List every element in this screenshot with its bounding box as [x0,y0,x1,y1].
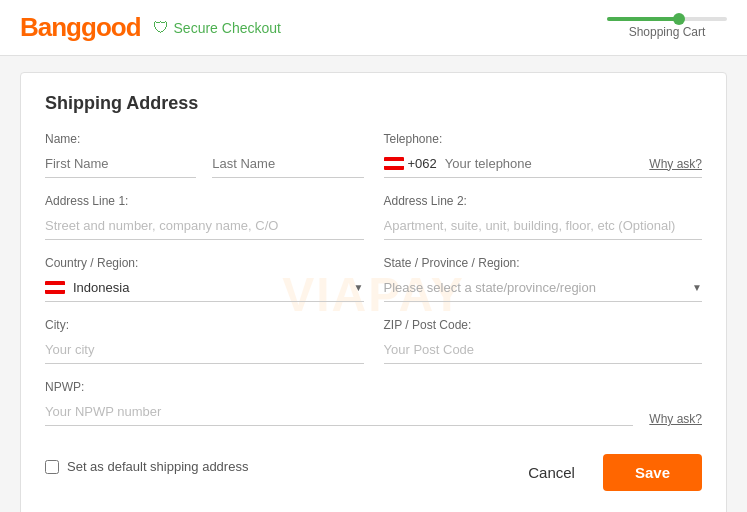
logo: Banggood [20,12,141,43]
city-group: City: [45,318,364,364]
save-button[interactable]: Save [603,454,702,491]
country-flag-icon [45,281,65,294]
telephone-group: Telephone: +062 Why ask? [384,132,703,178]
action-buttons: Cancel Save [512,454,702,491]
zip-label: ZIP / Post Code: [384,318,703,332]
default-address-label: Set as default shipping address [67,459,248,474]
cancel-button[interactable]: Cancel [512,456,591,489]
indonesia-flag [384,157,404,170]
progress-fill [607,17,679,21]
last-name-group [212,150,363,178]
state-select[interactable]: Please select a state/province/region ▼ [384,274,703,302]
chevron-down-icon: ▼ [354,282,364,293]
secure-checkout-label: Secure Checkout [174,20,281,36]
country-value: Indonesia [73,280,350,295]
npwp-label: NPWP: [45,380,702,394]
country-label: Country / Region: [45,256,364,270]
address1-group: Address Line 1: [45,194,364,240]
npwp-input-wrap [45,398,633,426]
npwp-section: NPWP: Why ask? [45,380,702,426]
name-telephone-row: Name: Telephone: [45,132,702,178]
city-input[interactable] [45,336,364,364]
progress-track [607,17,727,21]
address-row: Address Line 1: Address Line 2: [45,194,702,240]
address2-group: Address Line 2: [384,194,703,240]
address1-input[interactable] [45,212,364,240]
form-title: Shipping Address [45,93,702,114]
country-select[interactable]: Indonesia ▼ [45,274,364,302]
header: Banggood 🛡 Secure Checkout Shopping Cart [0,0,747,56]
telephone-why-ask[interactable]: Why ask? [649,157,702,171]
country-state-row: Country / Region: Indonesia ▼ State / Pr… [45,256,702,302]
header-left: Banggood 🛡 Secure Checkout [20,12,281,43]
zip-group: ZIP / Post Code: [384,318,703,364]
telephone-input[interactable] [445,156,642,171]
flag-code: +062 [384,156,437,171]
npwp-input[interactable] [45,398,633,426]
shopping-cart-label: Shopping Cart [629,25,706,39]
default-address-row: Set as default shipping address [45,459,248,474]
form-content: Shipping Address Name: [45,93,702,491]
bottom-row: Set as default shipping address Cancel S… [45,434,702,491]
shield-icon: 🛡 [153,19,169,37]
last-name-input[interactable] [212,150,363,178]
header-right: Shopping Cart [607,17,727,39]
city-zip-row: City: ZIP / Post Code: [45,318,702,364]
address2-input[interactable] [384,212,703,240]
address2-label: Address Line 2: [384,194,703,208]
city-label: City: [45,318,364,332]
telephone-label: Telephone: [384,132,703,146]
name-inputs [45,150,364,178]
secure-checkout: 🛡 Secure Checkout [153,19,281,37]
state-placeholder: Please select a state/province/region [384,280,689,295]
name-label: Name: [45,132,364,146]
address1-label: Address Line 1: [45,194,364,208]
npwp-why-ask[interactable]: Why ask? [649,412,702,426]
state-group: State / Province / Region: Please select… [384,256,703,302]
country-code: +062 [408,156,437,171]
progress-dot [673,13,685,25]
telephone-inner: +062 Why ask? [384,150,703,178]
state-label: State / Province / Region: [384,256,703,270]
default-address-checkbox[interactable] [45,460,59,474]
zip-input[interactable] [384,336,703,364]
state-chevron-down-icon: ▼ [692,282,702,293]
npwp-row: Why ask? [45,398,702,426]
country-group: Country / Region: Indonesia ▼ [45,256,364,302]
form-card: VIAPAY Shipping Address Name: [20,72,727,512]
name-group: Name: [45,132,364,178]
first-name-group [45,150,196,178]
main-content: VIAPAY Shipping Address Name: [0,56,747,512]
first-name-input[interactable] [45,150,196,178]
